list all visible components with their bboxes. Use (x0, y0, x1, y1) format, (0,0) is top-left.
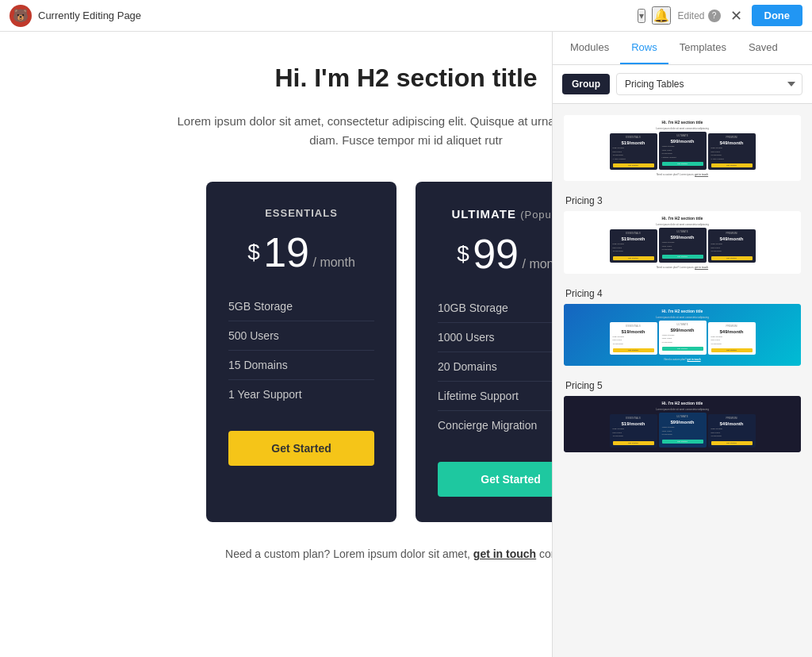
template-label-pricing-5: Pricing 5 (562, 375, 802, 394)
topbar-right: 🔔 Edited ? ✕ Done (652, 4, 802, 28)
template-preview-pricing-5[interactable]: Hi. I'm H2 section title Lorem ipsum dol… (562, 394, 802, 454)
template-item-pricing-5: Pricing 5 Hi. I'm H2 section title Lorem… (562, 375, 802, 459)
mini-card: PREMIUM $49/month 8GB Storage800 Users20… (708, 229, 756, 263)
tab-saved[interactable]: Saved (737, 32, 789, 64)
template-preview-pricing-4[interactable]: Hi. I'm H2 section title Lorem ipsum dol… (562, 302, 802, 368)
list-item: 1 Year Support (228, 379, 374, 409)
template-item-pricing-3: Pricing 3 Hi. I'm H2 section title Lorem… (562, 190, 802, 280)
help-icon[interactable]: ? (708, 10, 721, 22)
mini-preview-pricing-default: Hi. I'm H2 section title Lorem ipsum dol… (564, 115, 801, 181)
template-preview-pricing-3[interactable]: Hi. I'm H2 section title Lorem ipsum dol… (562, 209, 802, 275)
mini-card: PREMIUM $49/month 8GB Storage800 Users20… (708, 414, 756, 448)
mini-card: ESSENTIALS $19/month 5GB Storage500 User… (610, 322, 657, 355)
mini-card: ESSENTIALS $19/month 5GB Storage500 User… (610, 414, 657, 448)
card-features-essentials: 5GB Storage 500 Users 15 Domains 1 Year … (228, 292, 374, 409)
template-item-pricing-4: Pricing 4 Hi. I'm H2 section title Lorem… (562, 283, 802, 373)
logo: 🐻 (10, 5, 32, 27)
bell-icon[interactable]: 🔔 (652, 6, 671, 25)
template-item-pricing-default: Hi. I'm H2 section title Lorem ipsum dol… (562, 113, 802, 187)
tab-modules[interactable]: Modules (559, 32, 620, 64)
page-title: Currently Editing Page (38, 10, 631, 21)
chevron-down-button[interactable]: ▾ (638, 9, 645, 23)
top-bar: 🐻 Currently Editing Page ▾ 🔔 Edited ? ✕ … (0, 0, 812, 32)
main-layout: Hi. I'm H2 section title Lorem ipsum dol… (0, 32, 812, 657)
list-item: 500 Users (228, 321, 374, 350)
mini-card: ULTIMATE $99/month 10GB Storage1000 User… (659, 228, 707, 263)
panel-tabs: Modules Rows Templates Saved (553, 32, 812, 65)
get-in-touch-link[interactable]: get in touch (473, 548, 536, 560)
category-select[interactable]: Pricing Tables Hero Sections Features Te… (616, 73, 802, 95)
mini-card: ULTIMATE $99/month 10GB Storage1000 User… (659, 132, 707, 170)
mini-preview-pricing-5: Hi. I'm H2 section title Lorem ipsum dol… (564, 396, 801, 452)
tab-templates[interactable]: Templates (668, 32, 737, 64)
list-item: 15 Domains (228, 350, 374, 379)
templates-list: Hi. I'm H2 section title Lorem ipsum dol… (553, 104, 812, 657)
get-started-essentials-button[interactable]: Get Started (228, 431, 374, 466)
template-label-pricing-4: Pricing 4 (562, 283, 802, 302)
panel-filter: Group Pricing Tables Hero Sections Featu… (553, 65, 812, 104)
template-preview-pricing-default[interactable]: Hi. I'm H2 section title Lorem ipsum dol… (562, 113, 802, 182)
list-item: 5GB Storage (228, 292, 374, 321)
mini-preview-pricing-4: Hi. I'm H2 section title Lorem ipsum dol… (564, 304, 801, 367)
mini-card: ESSENTIALS $19/month 5GB Storage500 User… (610, 229, 657, 263)
mini-card: PREMIUM $49/month 8GB Storage800 Users20… (708, 133, 756, 170)
template-label-pricing-3: Pricing 3 (562, 190, 802, 209)
mini-preview-pricing-3: Hi. I'm H2 section title Lorem ipsum dol… (564, 211, 801, 274)
tab-rows[interactable]: Rows (620, 32, 668, 64)
card-price-essentials: $ 19 / month (228, 232, 374, 273)
done-button[interactable]: Done (752, 5, 803, 26)
close-button[interactable]: ✕ (727, 4, 745, 28)
mini-card: ULTIMATE $99/month 10GB Storage1000 User… (659, 321, 707, 355)
right-panel: Modules Rows Templates Saved Group Prici… (552, 32, 812, 657)
mini-card: ULTIMATE $99/month 10GB Storage1000 User… (659, 413, 707, 448)
mini-card: PREMIUM $49/month 8GB Storage800 Users20… (708, 322, 756, 355)
pricing-card-essentials: ESSENTIALS $ 19 / month 5GB Storage 500 … (206, 182, 396, 522)
mini-card: ESSENTIALS $19/month 5GB Storage500 User… (610, 133, 657, 170)
group-filter-button[interactable]: Group (562, 74, 610, 94)
card-title-essentials: ESSENTIALS (228, 207, 374, 219)
edited-label: Edited ? (677, 10, 720, 22)
